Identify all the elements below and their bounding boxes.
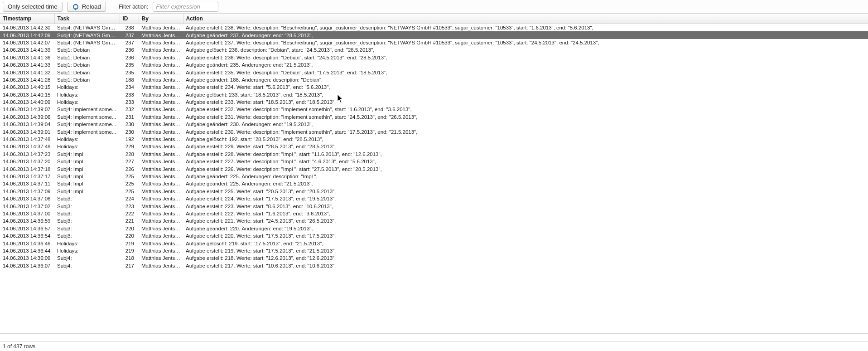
cell-task: Subj4: (NETWAYS GmbH... <box>54 24 120 31</box>
cell-id: 218 <box>120 254 139 262</box>
cell-id: 188 <box>120 76 139 83</box>
col-header-timestamp[interactable]: Timestamp <box>0 14 54 24</box>
cell-by: Matthias Jentsch <box>139 262 183 269</box>
table-row[interactable]: 14.06.2013 14:42:09Subj4: (NETWAYS GmbH.… <box>0 31 868 39</box>
table-row[interactable]: 14.06.2013 14:37:23Subj4: Impl228Matthia… <box>0 151 868 158</box>
col-header-task[interactable]: Task <box>54 14 120 24</box>
table-row[interactable]: 14.06.2013 14:37:00Subj3:222Matthias Jen… <box>0 210 868 217</box>
cell-by: Matthias Jentsch <box>139 39 183 46</box>
cell-action: Aufgabe erstellt: 234. Werte: start: "5.… <box>183 83 868 91</box>
only-selected-time-button[interactable]: Only selected time <box>3 2 63 12</box>
reload-button[interactable]: Reload <box>67 2 106 12</box>
cell-timestamp: 14.06.2013 14:41:32 <box>0 68 54 76</box>
table-row[interactable]: 14.06.2013 14:39:06Subj4: Implement some… <box>0 113 868 121</box>
table-row[interactable]: 14.06.2013 14:42:07Subj4: (NETWAYS GmbH.… <box>0 39 868 46</box>
table-row[interactable]: 14.06.2013 14:39:07Subj4: Implement some… <box>0 106 868 113</box>
table-row[interactable]: 14.06.2013 14:36:44Holidays:219Matthias … <box>0 247 868 254</box>
table-row[interactable]: 14.06.2013 14:41:28Subj1: Debian188Matth… <box>0 76 868 83</box>
cell-task: Subj4: Implement some... <box>54 106 120 113</box>
table-row[interactable]: 14.06.2013 14:41:32Subj1: Debian235Matth… <box>0 68 868 76</box>
table-row[interactable]: 14.06.2013 14:37:06Subj3:224Matthias Jen… <box>0 195 868 202</box>
cell-action: Aufgabe erstellt: 235. Werte: descriptio… <box>183 68 868 76</box>
table-row[interactable]: 14.06.2013 14:37:48Holidays:229Matthias … <box>0 143 868 150</box>
cell-id: 230 <box>120 128 139 135</box>
table-row[interactable]: 14.06.2013 14:37:20Subj4: Impl227Matthia… <box>0 158 868 165</box>
cell-timestamp: 14.06.2013 14:42:30 <box>0 24 54 31</box>
cell-timestamp: 14.06.2013 14:37:06 <box>0 195 54 202</box>
grid-body-scroll[interactable]: 14.06.2013 14:42:30Subj4: (NETWAYS GmbH.… <box>0 24 868 333</box>
cell-action: Aufgabe erstellt: 227. Werte: descriptio… <box>183 158 868 165</box>
cell-by: Matthias Jentsch <box>139 113 183 121</box>
cell-action: Aufgabe erstellt: 230. Werte: descriptio… <box>183 128 868 135</box>
table-row[interactable]: 14.06.2013 14:39:04Subj4: Implement some… <box>0 121 868 128</box>
cell-id: 233 <box>120 91 139 98</box>
cell-task: Holidays: <box>54 143 120 150</box>
table-row[interactable]: 14.06.2013 14:41:33Subj1: Debian235Matth… <box>0 61 868 68</box>
table-row[interactable]: 14.06.2013 14:40:09Holidays:233Matthias … <box>0 98 868 106</box>
cell-id: 220 <box>120 225 139 232</box>
table-row[interactable]: 14.06.2013 14:36:54Subj3:220Matthias Jen… <box>0 232 868 239</box>
table-row[interactable]: 14.06.2013 14:37:17Subj4: Impl225Matthia… <box>0 173 868 180</box>
table-row[interactable]: 14.06.2013 14:40:15Holidays:233Matthias … <box>0 91 868 98</box>
cell-timestamp: 14.06.2013 14:37:00 <box>0 210 54 217</box>
cell-action: Aufgabe erstellt: 236. Werte: descriptio… <box>183 54 868 61</box>
cell-id: 219 <box>120 239 139 247</box>
horizontal-scrollbar[interactable] <box>0 333 868 341</box>
table-row[interactable]: 14.06.2013 14:41:39Subj1: Debian236Matth… <box>0 46 868 54</box>
cell-timestamp: 14.06.2013 14:41:28 <box>0 76 54 83</box>
cell-task: Subj4: Implement some... <box>54 121 120 128</box>
cell-timestamp: 14.06.2013 14:42:07 <box>0 39 54 46</box>
cell-timestamp: 14.06.2013 14:36:46 <box>0 239 54 247</box>
cell-timestamp: 14.06.2013 14:36:57 <box>0 225 54 232</box>
cell-id: 235 <box>120 61 139 68</box>
cell-action: Aufgabe gelöscht: 236. description: "Deb… <box>183 46 868 54</box>
table-row[interactable]: 14.06.2013 14:36:46Holidays:219Matthias … <box>0 239 868 247</box>
header-row: Timestamp Task ID By Action <box>0 14 868 24</box>
cell-id: 231 <box>120 113 139 121</box>
cell-task: Holidays: <box>54 239 120 247</box>
table-row[interactable]: 14.06.2013 14:36:07Subj4:217Matthias Jen… <box>0 262 868 269</box>
table-row[interactable]: 14.06.2013 14:40:15Holidays:234Matthias … <box>0 83 868 91</box>
cell-by: Matthias Jentsch <box>139 143 183 150</box>
cell-id: 232 <box>120 106 139 113</box>
table-row[interactable]: 14.06.2013 14:39:01Subj4: Implement some… <box>0 128 868 135</box>
table-row[interactable]: 14.06.2013 14:42:30Subj4: (NETWAYS GmbH.… <box>0 24 868 31</box>
cell-timestamp: 14.06.2013 14:37:48 <box>0 143 54 150</box>
cell-action: Aufgabe erstellt: 224. Werte: start: "17… <box>183 195 868 202</box>
filter-input[interactable] <box>153 2 218 12</box>
cell-action: Aufgabe geändert: 225. Änderungen: descr… <box>183 173 868 180</box>
col-header-action[interactable]: Action <box>183 14 868 24</box>
col-header-id[interactable]: ID <box>120 14 139 24</box>
table-row[interactable]: 14.06.2013 14:36:59Subj3:221Matthias Jen… <box>0 217 868 224</box>
cell-action: Aufgabe erstellt: 220. Werte: start: "17… <box>183 232 868 239</box>
cell-timestamp: 14.06.2013 14:41:36 <box>0 54 54 61</box>
cell-timestamp: 14.06.2013 14:40:15 <box>0 91 54 98</box>
table-row[interactable]: 14.06.2013 14:37:11Subj4: Impl225Matthia… <box>0 180 868 187</box>
cell-task: Subj1: Debian <box>54 61 120 68</box>
cell-by: Matthias Jentsch <box>139 91 183 98</box>
table-row[interactable]: 14.06.2013 14:36:09Subj4:218Matthias Jen… <box>0 254 868 262</box>
cell-id: 236 <box>120 54 139 61</box>
cell-id: 226 <box>120 165 139 172</box>
cell-action: Aufgabe erstellt: 232. Werte: descriptio… <box>183 106 868 113</box>
cell-task: Subj3: <box>54 217 120 224</box>
cell-task: Subj4: Impl <box>54 158 120 165</box>
cell-timestamp: 14.06.2013 14:37:17 <box>0 173 54 180</box>
cell-id: 225 <box>120 188 139 195</box>
table-row[interactable]: 14.06.2013 14:37:48Holidays:192Matthias … <box>0 136 868 143</box>
table-row[interactable]: 14.06.2013 14:37:18Subj4: Impl226Matthia… <box>0 165 868 172</box>
cell-task: Subj3: <box>54 210 120 217</box>
table-row[interactable]: 14.06.2013 14:37:02Subj3:223Matthias Jen… <box>0 202 868 210</box>
cell-task: Subj1: Debian <box>54 68 120 76</box>
cell-task: Subj1: Debian <box>54 54 120 61</box>
table-row[interactable]: 14.06.2013 14:41:36Subj1: Debian236Matth… <box>0 54 868 61</box>
cell-task: Subj1: Debian <box>54 76 120 83</box>
cell-timestamp: 14.06.2013 14:37:20 <box>0 158 54 165</box>
col-header-by[interactable]: By <box>139 14 183 24</box>
table-row[interactable]: 14.06.2013 14:37:09Subj4: Impl225Matthia… <box>0 188 868 195</box>
table-row[interactable]: 14.06.2013 14:36:57Subj3:220Matthias Jen… <box>0 225 868 232</box>
cell-action: Aufgabe gelöscht: 192. start: "28.5.2013… <box>183 136 868 143</box>
cell-action: Aufgabe gelöscht: 233. start: "18.5.2013… <box>183 91 868 98</box>
cell-timestamp: 14.06.2013 14:39:06 <box>0 113 54 121</box>
cell-action: Aufgabe erstellt: 229. Werte: start: "28… <box>183 143 868 150</box>
